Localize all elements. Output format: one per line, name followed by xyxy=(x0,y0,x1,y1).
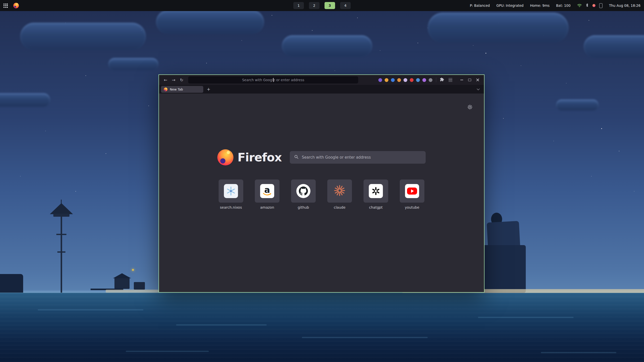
shortcut-label: youtube xyxy=(405,205,419,209)
wave xyxy=(38,309,143,310)
cloud xyxy=(282,35,372,57)
shortcut-claude[interactable]: claude xyxy=(327,179,352,209)
shortcut-label: search.nixos xyxy=(220,205,242,209)
menu-hamburger-icon[interactable] xyxy=(447,76,454,83)
workspace-1[interactable]: 1 xyxy=(293,2,304,9)
wave xyxy=(541,352,616,353)
search-icon xyxy=(294,155,299,160)
cloud xyxy=(584,35,644,58)
firefox-logo xyxy=(217,149,233,165)
shortcut-search-nixos[interactable]: search.nixos xyxy=(219,179,243,209)
tab-bar: New Tab xyxy=(159,85,484,94)
hut-silhouette xyxy=(134,282,145,290)
cloud xyxy=(108,58,158,70)
shortcut-label: claude xyxy=(334,205,346,209)
firefox-wordmark: Firefox xyxy=(237,151,281,164)
openai-logo-icon xyxy=(369,184,383,198)
cloud xyxy=(556,99,599,111)
extension-icon[interactable] xyxy=(404,78,407,82)
island-rock xyxy=(481,245,526,293)
gpu-indicator: GPU: Integrated xyxy=(496,4,524,8)
extension-icon[interactable] xyxy=(391,78,395,82)
youtube-play-icon xyxy=(405,184,419,198)
workspace-2[interactable]: 2 xyxy=(309,2,319,9)
extension-icon[interactable] xyxy=(429,78,432,82)
battery-indicator: Bat: 100 xyxy=(556,4,571,8)
close-button[interactable] xyxy=(474,77,481,83)
shortcut-youtube[interactable]: youtube xyxy=(400,179,424,209)
extension-icon[interactable] xyxy=(378,78,382,82)
wave xyxy=(126,351,209,352)
power-profile-indicator: P: Balanced xyxy=(470,4,490,8)
lamp-light xyxy=(132,269,134,271)
newtab-search-placeholder: Search with Google or enter address xyxy=(302,155,371,160)
newtab-hero: Firefox Search with Google or enter addr… xyxy=(217,149,425,165)
wave xyxy=(176,324,267,326)
newtab-search-input[interactable]: Search with Google or enter address xyxy=(290,151,426,164)
nixos-snowflake-icon xyxy=(224,184,238,198)
wave xyxy=(478,317,574,318)
extension-icon[interactable] xyxy=(397,78,401,82)
cloud xyxy=(0,93,50,107)
github-octocat-icon xyxy=(296,184,310,198)
tab-title: New Tab xyxy=(170,87,183,91)
rock-silhouette xyxy=(0,274,23,293)
extension-icon[interactable] xyxy=(422,78,426,82)
url-bar[interactable]: Search with Google or enter address xyxy=(188,76,358,83)
firefox-taskbar-icon[interactable] xyxy=(13,3,19,8)
amazon-logo-icon: a xyxy=(260,184,274,198)
firefox-favicon xyxy=(164,87,168,91)
extension-icon[interactable] xyxy=(385,78,388,82)
status-bar: 1 2 3 4 P: Balanced GPU: Integrated Home… xyxy=(0,0,644,11)
cloud xyxy=(428,13,569,43)
shortcut-label: amazon xyxy=(260,205,274,209)
forward-button[interactable] xyxy=(170,76,177,83)
shortcut-label: chatgpt xyxy=(369,205,383,209)
minimize-button[interactable] xyxy=(458,77,465,83)
shortcut-github[interactable]: github xyxy=(291,179,316,209)
maximize-button[interactable] xyxy=(466,77,473,83)
shortcut-amazon[interactable]: a amazon xyxy=(255,179,279,209)
wallpaper-ocean xyxy=(0,293,644,362)
reload-button[interactable] xyxy=(178,76,185,83)
new-tab-page: Firefox Search with Google or enter addr… xyxy=(159,94,484,292)
wifi-icon[interactable] xyxy=(577,3,582,8)
workspace-switcher: 1 2 3 4 xyxy=(293,2,351,9)
shortcut-tiles: search.nixos a amazon xyxy=(219,179,424,209)
app-launcher-icon[interactable] xyxy=(4,4,8,8)
status-indicator-dot[interactable] xyxy=(592,4,595,7)
toolbar-separator xyxy=(436,78,436,82)
desktop: 1 2 3 4 P: Balanced GPU: Integrated Home… xyxy=(0,0,644,362)
system-tray xyxy=(577,3,602,8)
extension-icon[interactable] xyxy=(410,78,414,82)
extensions-puzzle-icon[interactable] xyxy=(440,77,444,83)
text-caret xyxy=(273,78,274,82)
clock: Thu Aug 08, 18:26 xyxy=(609,4,640,8)
hut-silhouette xyxy=(114,278,130,289)
workspace-4[interactable]: 4 xyxy=(340,2,351,9)
workspace-3-active[interactable]: 3 xyxy=(325,2,335,9)
firefox-window: Search with Google or enter address xyxy=(158,74,485,293)
cloud xyxy=(156,10,264,34)
tab-overflow-chevron-icon[interactable] xyxy=(477,88,479,90)
new-tab-button[interactable] xyxy=(205,86,212,93)
tab-new-tab[interactable]: New Tab xyxy=(161,86,203,93)
back-button[interactable] xyxy=(162,76,169,83)
shortcut-label: github xyxy=(298,205,309,209)
wave xyxy=(302,337,428,338)
claude-starburst-icon xyxy=(334,185,345,197)
extension-icon[interactable] xyxy=(416,78,420,82)
browser-toolbar: Search with Google or enter address xyxy=(159,75,484,85)
shortcut-chatgpt[interactable]: chatgpt xyxy=(364,179,388,209)
beach-sand xyxy=(106,290,158,293)
status-modules: P: Balanced GPU: Integrated Home: 9ms Ba… xyxy=(470,3,640,8)
extension-icons xyxy=(378,76,455,83)
cloud xyxy=(20,23,146,50)
personalize-gear-icon[interactable] xyxy=(466,104,473,111)
tablet-device-icon[interactable] xyxy=(599,3,602,8)
window-controls xyxy=(458,77,481,83)
home-latency-indicator: Home: 9ms xyxy=(530,4,549,8)
bluetooth-icon[interactable] xyxy=(586,3,589,8)
